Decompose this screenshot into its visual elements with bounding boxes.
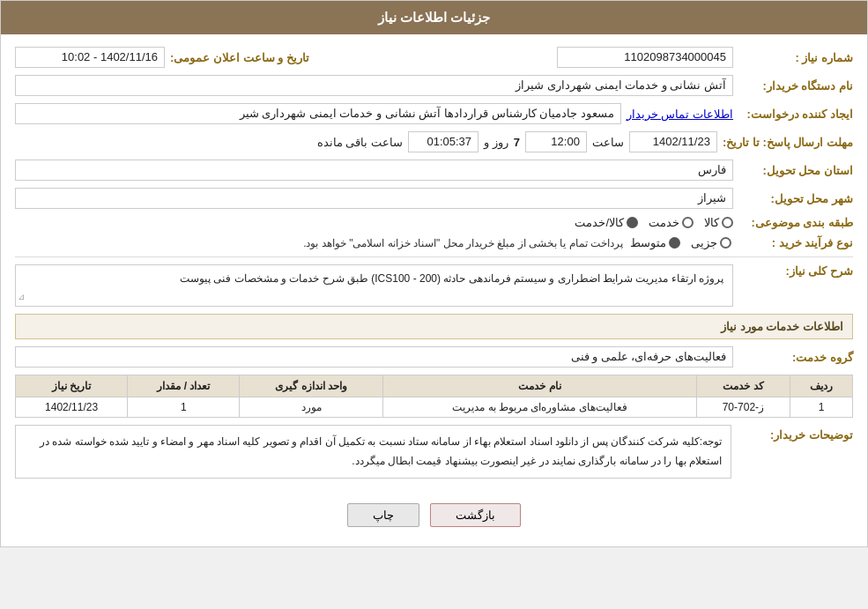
creator-value: مسعود جادمیان کارشناس قراردادها آتش نشان… bbox=[15, 103, 621, 124]
back-button[interactable]: بازگشت bbox=[430, 503, 521, 527]
col-unit: واحد اندازه گیری bbox=[240, 375, 383, 397]
buyer-org-value: آتش نشانی و خدمات ایمنی شهرداری شیراز bbox=[15, 75, 733, 96]
deadline-days: 7 bbox=[514, 136, 520, 149]
city-label: شهر محل تحویل: bbox=[738, 192, 853, 205]
col-code: کد خدمت bbox=[696, 375, 790, 397]
need-number-label: شماره نیاز : bbox=[738, 51, 853, 64]
print-button[interactable]: چاپ bbox=[347, 503, 419, 527]
page-header: جزئیات اطلاعات نیاز bbox=[1, 1, 867, 34]
col-row: ردیف bbox=[790, 375, 853, 397]
radio-kala-khedmat-icon bbox=[627, 217, 638, 228]
radio-kala-icon bbox=[722, 217, 733, 228]
table-cell-qty: 1 bbox=[128, 397, 240, 418]
col-date: تاریخ نیاز bbox=[16, 375, 128, 397]
table-cell-date: 1402/11/23 bbox=[16, 397, 128, 418]
service-group-value: فعالیت‌های حرفه‌ای، علمی و فنی bbox=[15, 346, 733, 368]
page-title: جزئیات اطلاعات نیاز bbox=[378, 10, 490, 25]
purchase-type-radio-group: جزیی متوسط bbox=[630, 236, 731, 249]
buyer-org-label: نام دستگاه خریدار: bbox=[738, 79, 853, 93]
notice-text: توجه:کلیه شرکت کنندگان پس از دانلود اسنا… bbox=[15, 425, 731, 479]
category-option-khedmat[interactable]: خدمت bbox=[649, 216, 694, 229]
col-name: نام خدمت bbox=[383, 375, 696, 397]
buttons-row: بازگشت چاپ bbox=[15, 493, 853, 534]
creator-label: ایجاد کننده درخواست: bbox=[738, 108, 853, 121]
deadline-time: 12:00 bbox=[525, 131, 587, 152]
service-group-label: گروه خدمت: bbox=[738, 351, 853, 364]
province-label: استان محل تحویل: bbox=[738, 164, 853, 177]
announce-date-label: تاریخ و ساعت اعلان عمومی: bbox=[170, 51, 309, 64]
resize-handle: ⊿ bbox=[18, 290, 25, 304]
radio-khedmat-icon bbox=[682, 217, 694, 228]
city-value: شیراز bbox=[15, 188, 733, 209]
deadline-label: مهلت ارسال پاسخ: تا تاریخ: bbox=[723, 136, 853, 149]
radio-jozee-icon bbox=[720, 237, 731, 249]
need-number-value: 1102098734000045 bbox=[557, 47, 733, 68]
category-radio-group: کالا خدمت کالا/خدمت bbox=[575, 216, 733, 229]
category-option-kala-khedmat[interactable]: کالا/خدمت bbox=[575, 216, 638, 229]
services-section-title: اطلاعات خدمات مورد نیاز bbox=[15, 314, 853, 339]
desc-label: شرح کلی نیاز: bbox=[738, 264, 853, 278]
purchase-type-label: نوع فرآیند خرید : bbox=[738, 236, 853, 249]
table-cell-name: فعالیت‌های مشاوره‌ای مربوط به مدیریت bbox=[383, 397, 696, 418]
desc-content: پروژه ارتقاء مدیریت شرایط اضطراری و سیست… bbox=[15, 264, 733, 307]
deadline-day-label: روز و bbox=[484, 136, 508, 149]
creator-contact-link[interactable]: اطلاعات تماس خریدار bbox=[627, 108, 733, 121]
table-row: 1ز-702-70فعالیت‌های مشاوره‌ای مربوط به م… bbox=[16, 397, 853, 418]
notice-label: توضیحات خریدار: bbox=[738, 425, 853, 442]
services-table: ردیف کد خدمت نام خدمت واحد اندازه گیری ت… bbox=[15, 375, 853, 418]
radio-motavasset-icon bbox=[669, 237, 680, 249]
deadline-remaining-label: ساعت باقی مانده bbox=[317, 136, 403, 149]
table-cell-code: ز-702-70 bbox=[696, 397, 790, 418]
deadline-date: 1402/11/23 bbox=[629, 131, 717, 152]
category-option-kala[interactable]: کالا bbox=[704, 216, 733, 229]
table-cell-unit: مورد bbox=[240, 397, 383, 418]
province-value: فارس bbox=[15, 160, 733, 181]
category-label: طبقه بندی موضوعی: bbox=[738, 216, 853, 229]
purchase-option-jozee[interactable]: جزیی bbox=[691, 236, 731, 249]
table-cell-row: 1 bbox=[790, 397, 853, 418]
purchase-note: پرداخت تمام یا بخشی از مبلغ خریدار محل "… bbox=[15, 237, 623, 249]
col-qty: تعداد / مقدار bbox=[128, 375, 240, 397]
announce-date-value: 1402/11/16 - 10:02 bbox=[15, 47, 165, 68]
deadline-remaining: 01:05:37 bbox=[408, 131, 479, 152]
purchase-option-motavasset[interactable]: متوسط bbox=[630, 236, 680, 249]
deadline-time-label: ساعت bbox=[592, 136, 624, 149]
